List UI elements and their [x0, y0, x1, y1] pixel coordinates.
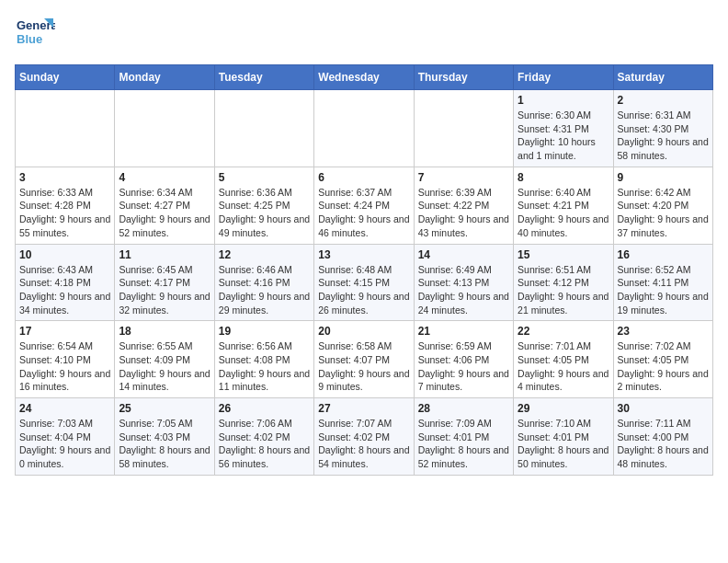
calendar-cell: 30Sunrise: 7:11 AM Sunset: 4:00 PM Dayli…: [613, 398, 712, 476]
day-number: 12: [219, 248, 310, 261]
day-number: 9: [618, 171, 709, 184]
day-number: 3: [19, 171, 110, 184]
calendar-cell: 13Sunrise: 6:48 AM Sunset: 4:15 PM Dayli…: [314, 244, 414, 321]
day-info: Sunrise: 7:10 AM Sunset: 4:01 PM Dayligh…: [518, 417, 609, 471]
weekday-header: Thursday: [414, 65, 513, 90]
day-info: Sunrise: 7:03 AM Sunset: 4:04 PM Dayligh…: [19, 417, 110, 471]
day-number: 15: [518, 248, 609, 261]
day-info: Sunrise: 6:33 AM Sunset: 4:28 PM Dayligh…: [19, 186, 110, 240]
calendar-cell: 29Sunrise: 7:10 AM Sunset: 4:01 PM Dayli…: [514, 398, 613, 476]
weekday-header: Monday: [115, 65, 214, 90]
day-number: 11: [119, 248, 210, 261]
day-info: Sunrise: 6:36 AM Sunset: 4:25 PM Dayligh…: [219, 186, 310, 240]
calendar-cell: 9Sunrise: 6:42 AM Sunset: 4:20 PM Daylig…: [613, 167, 712, 244]
day-info: Sunrise: 6:58 AM Sunset: 4:07 PM Dayligh…: [318, 339, 409, 394]
weekday-header: Friday: [514, 65, 613, 90]
calendar-cell: 10Sunrise: 6:43 AM Sunset: 4:18 PM Dayli…: [16, 244, 115, 321]
weekday-header: Sunday: [16, 65, 115, 90]
page-header: General Blue: [15, 15, 713, 55]
day-number: 22: [518, 325, 609, 338]
calendar-cell: [214, 90, 313, 167]
day-number: 6: [318, 171, 409, 184]
day-number: 29: [518, 402, 609, 415]
calendar-cell: 22Sunrise: 7:01 AM Sunset: 4:05 PM Dayli…: [514, 321, 613, 398]
day-info: Sunrise: 6:31 AM Sunset: 4:30 PM Dayligh…: [618, 109, 709, 163]
day-info: Sunrise: 6:30 AM Sunset: 4:31 PM Dayligh…: [518, 109, 609, 163]
day-number: 10: [19, 248, 110, 261]
day-info: Sunrise: 7:07 AM Sunset: 4:02 PM Dayligh…: [318, 417, 409, 471]
calendar-cell: 19Sunrise: 6:56 AM Sunset: 4:08 PM Dayli…: [214, 321, 313, 398]
day-info: Sunrise: 6:39 AM Sunset: 4:22 PM Dayligh…: [418, 186, 509, 240]
day-info: Sunrise: 6:52 AM Sunset: 4:11 PM Dayligh…: [618, 263, 709, 317]
svg-text:Blue: Blue: [17, 32, 42, 46]
day-info: Sunrise: 6:43 AM Sunset: 4:18 PM Dayligh…: [19, 263, 110, 317]
day-number: 23: [618, 325, 709, 338]
day-number: 25: [119, 402, 210, 415]
calendar-cell: 8Sunrise: 6:40 AM Sunset: 4:21 PM Daylig…: [514, 167, 613, 244]
day-number: 5: [219, 171, 310, 184]
weekday-header: Saturday: [613, 65, 712, 90]
day-number: 14: [418, 248, 509, 261]
calendar-cell: [115, 90, 214, 167]
day-info: Sunrise: 6:56 AM Sunset: 4:08 PM Dayligh…: [219, 339, 310, 394]
calendar-week-row: 3Sunrise: 6:33 AM Sunset: 4:28 PM Daylig…: [16, 167, 713, 244]
calendar-cell: 12Sunrise: 6:46 AM Sunset: 4:16 PM Dayli…: [214, 244, 313, 321]
day-number: 24: [19, 402, 110, 415]
day-info: Sunrise: 6:45 AM Sunset: 4:17 PM Dayligh…: [119, 263, 210, 317]
calendar-header-row: SundayMondayTuesdayWednesdayThursdayFrid…: [16, 65, 713, 90]
logo-svg: General Blue: [15, 15, 55, 55]
calendar-cell: 15Sunrise: 6:51 AM Sunset: 4:12 PM Dayli…: [514, 244, 613, 321]
day-number: 13: [318, 248, 409, 261]
day-number: 26: [219, 402, 310, 415]
day-info: Sunrise: 6:34 AM Sunset: 4:27 PM Dayligh…: [119, 186, 210, 240]
weekday-header: Tuesday: [214, 65, 313, 90]
day-info: Sunrise: 6:54 AM Sunset: 4:10 PM Dayligh…: [19, 339, 110, 394]
day-number: 1: [518, 94, 609, 107]
day-info: Sunrise: 7:06 AM Sunset: 4:02 PM Dayligh…: [219, 417, 310, 471]
calendar-cell: 3Sunrise: 6:33 AM Sunset: 4:28 PM Daylig…: [16, 167, 115, 244]
day-info: Sunrise: 6:42 AM Sunset: 4:20 PM Dayligh…: [618, 186, 709, 240]
day-info: Sunrise: 7:02 AM Sunset: 4:05 PM Dayligh…: [618, 339, 709, 394]
calendar-cell: 20Sunrise: 6:58 AM Sunset: 4:07 PM Dayli…: [314, 321, 414, 398]
calendar-cell: 18Sunrise: 6:55 AM Sunset: 4:09 PM Dayli…: [115, 321, 214, 398]
day-info: Sunrise: 6:46 AM Sunset: 4:16 PM Dayligh…: [219, 263, 310, 317]
calendar-cell: 24Sunrise: 7:03 AM Sunset: 4:04 PM Dayli…: [16, 398, 115, 476]
day-info: Sunrise: 6:48 AM Sunset: 4:15 PM Dayligh…: [318, 263, 409, 317]
calendar-cell: [414, 90, 513, 167]
calendar-cell: 17Sunrise: 6:54 AM Sunset: 4:10 PM Dayli…: [16, 321, 115, 398]
day-number: 27: [318, 402, 409, 415]
day-number: 21: [418, 325, 509, 338]
day-info: Sunrise: 7:11 AM Sunset: 4:00 PM Dayligh…: [618, 417, 709, 471]
day-number: 20: [318, 325, 409, 338]
day-number: 18: [119, 325, 210, 338]
calendar-cell: 7Sunrise: 6:39 AM Sunset: 4:22 PM Daylig…: [414, 167, 513, 244]
day-info: Sunrise: 7:09 AM Sunset: 4:01 PM Dayligh…: [418, 417, 509, 471]
day-info: Sunrise: 6:55 AM Sunset: 4:09 PM Dayligh…: [119, 339, 210, 394]
calendar-cell: 6Sunrise: 6:37 AM Sunset: 4:24 PM Daylig…: [314, 167, 414, 244]
calendar-cell: 16Sunrise: 6:52 AM Sunset: 4:11 PM Dayli…: [613, 244, 712, 321]
calendar-cell: [314, 90, 414, 167]
day-number: 2: [618, 94, 709, 107]
day-info: Sunrise: 6:37 AM Sunset: 4:24 PM Dayligh…: [318, 186, 409, 240]
day-number: 30: [618, 402, 709, 415]
calendar-cell: 21Sunrise: 6:59 AM Sunset: 4:06 PM Dayli…: [414, 321, 513, 398]
weekday-header: Wednesday: [314, 65, 414, 90]
calendar-week-row: 17Sunrise: 6:54 AM Sunset: 4:10 PM Dayli…: [16, 321, 713, 398]
calendar-cell: 2Sunrise: 6:31 AM Sunset: 4:30 PM Daylig…: [613, 90, 712, 167]
calendar-cell: [16, 90, 115, 167]
day-number: 28: [418, 402, 509, 415]
calendar-cell: 11Sunrise: 6:45 AM Sunset: 4:17 PM Dayli…: [115, 244, 214, 321]
logo: General Blue: [15, 15, 55, 55]
day-info: Sunrise: 6:51 AM Sunset: 4:12 PM Dayligh…: [518, 263, 609, 317]
day-info: Sunrise: 6:59 AM Sunset: 4:06 PM Dayligh…: [418, 339, 509, 394]
day-number: 19: [219, 325, 310, 338]
calendar-week-row: 10Sunrise: 6:43 AM Sunset: 4:18 PM Dayli…: [16, 244, 713, 321]
calendar-week-row: 24Sunrise: 7:03 AM Sunset: 4:04 PM Dayli…: [16, 398, 713, 476]
calendar-cell: 1Sunrise: 6:30 AM Sunset: 4:31 PM Daylig…: [514, 90, 613, 167]
day-info: Sunrise: 7:01 AM Sunset: 4:05 PM Dayligh…: [518, 339, 609, 394]
calendar-cell: 23Sunrise: 7:02 AM Sunset: 4:05 PM Dayli…: [613, 321, 712, 398]
day-info: Sunrise: 7:05 AM Sunset: 4:03 PM Dayligh…: [119, 417, 210, 471]
calendar-week-row: 1Sunrise: 6:30 AM Sunset: 4:31 PM Daylig…: [16, 90, 713, 167]
calendar-cell: 5Sunrise: 6:36 AM Sunset: 4:25 PM Daylig…: [214, 167, 313, 244]
day-number: 4: [119, 171, 210, 184]
